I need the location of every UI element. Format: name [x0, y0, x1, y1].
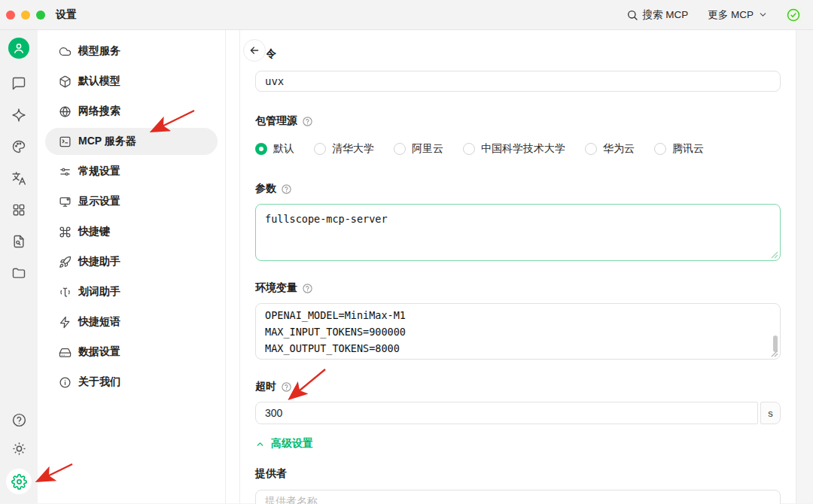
sidebar-item-label: 划词助手	[78, 285, 120, 299]
chat-icon[interactable]	[11, 75, 27, 92]
registry-label: 包管理源	[255, 114, 297, 128]
radio-option-default[interactable]: 默认	[255, 142, 294, 156]
search-mcp-label: 搜索 MCP	[643, 8, 689, 22]
sidebar-item-label: 快捷键	[78, 225, 110, 238]
sidebar-item-data-settings[interactable]: 数据设置	[45, 339, 218, 366]
sidebar-item-mcp-servers[interactable]: MCP 服务器	[45, 128, 218, 155]
help-circle-icon[interactable]	[302, 116, 313, 127]
timeout-label-row: 超时	[255, 380, 781, 393]
window-titlebar: 设置 搜索 MCP 更多 MCP	[0, 0, 813, 30]
help-circle-icon[interactable]	[281, 184, 292, 195]
radio-icon	[463, 143, 475, 155]
sidebar-item-shortcuts[interactable]: 快捷键	[45, 218, 218, 245]
sidebar-item-quick-assistant[interactable]: 快捷助手	[45, 248, 218, 275]
chevron-down-icon	[758, 10, 768, 20]
sidebar-item-display-settings[interactable]: 显示设置	[45, 188, 218, 215]
settings-active-button[interactable]	[6, 469, 32, 494]
timeout-unit-suffix: s	[760, 402, 781, 424]
sidebar-item-web-search[interactable]: 网络搜索	[45, 98, 218, 125]
terminal-icon	[59, 135, 72, 148]
command-input[interactable]	[255, 71, 781, 92]
folder-icon[interactable]	[11, 265, 27, 281]
theme-brightness-icon[interactable]	[11, 440, 27, 457]
check-circle-icon	[786, 8, 801, 23]
user-avatar[interactable]	[8, 38, 29, 59]
palette-icon[interactable]	[11, 138, 27, 155]
provider-label-row: 提供者	[255, 467, 781, 481]
back-button[interactable]	[243, 39, 266, 62]
args-label-row: 参数	[255, 182, 781, 196]
registry-radio-group: 默认 清华大学 阿里云 中国科学技术大学 华为云 腾讯云	[255, 142, 781, 156]
help-circle-icon[interactable]	[281, 381, 292, 393]
sidebar-item-label: 关于我们	[78, 375, 120, 389]
env-line: MAX_INPUT_TOKENS=900000	[265, 323, 771, 340]
search-icon	[626, 9, 638, 21]
chevron-up-icon	[255, 439, 265, 449]
text-cursor-icon	[59, 286, 72, 299]
env-line: OPENAI_MODEL=MiniMax-M1	[265, 307, 771, 323]
hard-drive-icon	[59, 346, 72, 359]
mcp-status-badge[interactable]	[784, 6, 802, 24]
sidebar-item-general-settings[interactable]: 常规设置	[45, 158, 218, 185]
more-mcp-dropdown[interactable]: 更多 MCP	[708, 8, 768, 22]
advanced-settings-toggle[interactable]: 高级设置	[255, 437, 313, 451]
rocket-icon	[59, 256, 72, 269]
command-label-row: 命令	[255, 30, 781, 61]
cloud-icon	[59, 45, 72, 58]
file-search-icon[interactable]	[11, 233, 27, 250]
radio-option-ustc[interactable]: 中国科学技术大学	[463, 142, 565, 156]
timeout-input[interactable]	[255, 402, 758, 424]
arrow-left-icon	[248, 44, 260, 56]
package-icon	[59, 75, 72, 88]
sparkle-icon[interactable]	[11, 107, 27, 123]
sidebar-item-about-us[interactable]: 关于我们	[45, 369, 218, 396]
sidebar-item-label: 网络搜索	[78, 105, 120, 118]
translate-icon[interactable]	[11, 170, 27, 187]
timeout-label: 超时	[255, 380, 276, 393]
command-key-icon	[59, 226, 72, 238]
env-label: 环境变量	[255, 281, 297, 295]
help-icon[interactable]	[11, 411, 27, 428]
radio-icon	[394, 143, 406, 155]
window-zoom-button[interactable]	[36, 11, 45, 20]
window-minimize-button[interactable]	[21, 11, 30, 20]
args-textarea[interactable]: fullscope-mcp-server	[255, 204, 781, 261]
resize-handle-icon[interactable]	[771, 350, 778, 357]
page-title: 设置	[56, 8, 77, 22]
provider-label: 提供者	[255, 467, 287, 481]
resize-handle-icon[interactable]	[771, 251, 778, 259]
registry-label-row: 包管理源	[255, 114, 781, 128]
sidebar-item-selection-assistant[interactable]: 划词助手	[45, 278, 218, 305]
env-textarea[interactable]: OPENAI_MODEL=MiniMax-M1 MAX_INPUT_TOKENS…	[255, 303, 781, 360]
globe-icon	[59, 105, 72, 118]
window-close-button[interactable]	[6, 11, 15, 20]
radio-icon	[314, 143, 326, 155]
sidebar-item-label: 快捷助手	[78, 255, 120, 269]
sidebar-item-label: 模型服务	[78, 44, 120, 58]
icon-rail	[0, 30, 38, 503]
sidebar-item-label: 数据设置	[78, 345, 120, 359]
sidebar-item-label: 常规设置	[78, 165, 120, 178]
settings-sidebar: 模型服务 默认模型 网络搜索 MCP 服务器 常规设置 显示设置 快捷键 快捷	[38, 30, 226, 503]
search-mcp-button[interactable]: 搜索 MCP	[626, 8, 689, 22]
env-line: MAX_OUTPUT_TOKENS=8000	[265, 340, 771, 357]
window-controls	[6, 11, 45, 20]
mcp-server-form: 命令 包管理源 默认 清华大学 阿里云 中国科学技术大学 华为云 腾讯云 参数 …	[239, 30, 796, 503]
radio-option-aliyun[interactable]: 阿里云	[394, 142, 443, 156]
monitor-icon	[59, 196, 72, 208]
sidebar-item-quick-phrases[interactable]: 快捷短语	[45, 308, 218, 335]
sidebar-item-label: 默认模型	[78, 74, 120, 88]
radio-option-huawei[interactable]: 华为云	[585, 142, 635, 156]
radio-option-tsinghua[interactable]: 清华大学	[314, 142, 374, 156]
env-label-row: 环境变量	[255, 281, 781, 295]
sidebar-item-default-models[interactable]: 默认模型	[45, 68, 218, 95]
sidebar-item-model-services[interactable]: 模型服务	[45, 38, 218, 65]
args-label: 参数	[255, 182, 276, 196]
apps-grid-icon[interactable]	[11, 202, 27, 218]
lightning-icon	[59, 316, 72, 329]
sidebar-item-label: MCP 服务器	[78, 135, 136, 148]
provider-input[interactable]	[255, 490, 781, 504]
radio-option-tencent[interactable]: 腾讯云	[654, 142, 704, 156]
gear-icon	[11, 474, 27, 490]
help-circle-icon[interactable]	[302, 283, 313, 294]
